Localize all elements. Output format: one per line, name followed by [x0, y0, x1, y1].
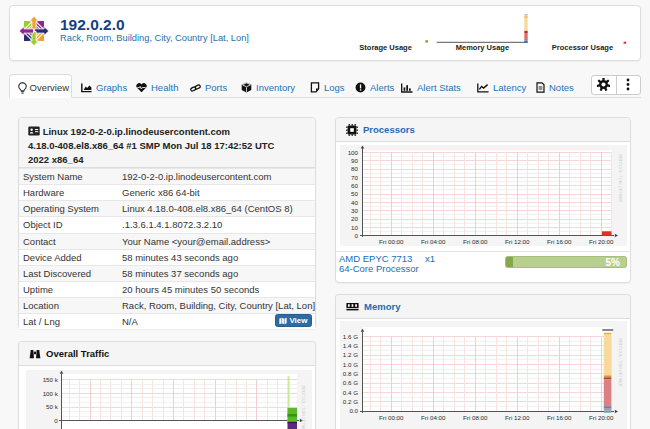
svg-text:90: 90 — [351, 157, 358, 164]
svg-text:Fri 08:00: Fri 08:00 — [463, 238, 488, 245]
svg-text:150 k: 150 k — [43, 376, 59, 383]
svg-text:20: 20 — [351, 215, 358, 222]
svg-text:0.6 G: 0.6 G — [343, 379, 358, 386]
svg-text:Storage Usage: Storage Usage — [359, 43, 412, 52]
svg-text:70: 70 — [351, 174, 358, 181]
svg-text:60: 60 — [351, 182, 358, 189]
svg-text:Fri 00:00: Fri 00:00 — [379, 238, 404, 245]
svg-text:Fri 16:00: Fri 16:00 — [547, 414, 572, 421]
svg-text:0.8 G: 0.8 G — [343, 370, 358, 377]
svg-text:RRDTOOL / TOBI OETIKER: RRDTOOL / TOBI OETIKER — [618, 339, 622, 387]
svg-text:1.6 G: 1.6 G — [343, 333, 358, 340]
svg-text:Fri 12:00: Fri 12:00 — [505, 414, 530, 421]
svg-text:0: 0 — [355, 232, 359, 239]
svg-text:10: 10 — [351, 224, 358, 231]
svg-text:Fri 12:00: Fri 12:00 — [505, 238, 530, 245]
svg-text:Fri 20:00: Fri 20:00 — [589, 238, 614, 245]
svg-text:40: 40 — [351, 199, 358, 206]
svg-text:0: 0 — [54, 417, 58, 424]
svg-text:1.0 G: 1.0 G — [343, 361, 358, 368]
svg-text:Fri 00:00: Fri 00:00 — [379, 414, 404, 421]
svg-text:RRDTOOL / TOBI OETIKER: RRDTOOL / TOBI OETIKER — [301, 386, 305, 429]
svg-text:0.0: 0.0 — [349, 407, 358, 414]
svg-text:50 k: 50 k — [46, 403, 59, 410]
svg-text:100 k: 100 k — [43, 390, 59, 397]
svg-text:80: 80 — [351, 165, 358, 172]
svg-text:100: 100 — [348, 149, 359, 156]
svg-text:1.4 G: 1.4 G — [343, 342, 358, 349]
svg-text:Fri 20:00: Fri 20:00 — [589, 414, 614, 421]
svg-text:0.4 G: 0.4 G — [343, 389, 358, 396]
svg-text:50: 50 — [351, 190, 358, 197]
svg-text:Fri 04:00: Fri 04:00 — [421, 414, 446, 421]
svg-text:Fri 08:00: Fri 08:00 — [463, 414, 488, 421]
svg-text:Fri 16:00: Fri 16:00 — [547, 238, 572, 245]
svg-text:0.2 G: 0.2 G — [343, 398, 358, 405]
svg-text:Memory Usage: Memory Usage — [456, 43, 509, 52]
svg-text:30: 30 — [351, 207, 358, 214]
svg-text:1.2 G: 1.2 G — [343, 351, 358, 358]
svg-text:RRDTOOL / TOBI OETIKER: RRDTOOL / TOBI OETIKER — [618, 154, 622, 202]
svg-text:Fri 04:00: Fri 04:00 — [421, 238, 446, 245]
svg-text:Processor Usage: Processor Usage — [552, 43, 613, 52]
